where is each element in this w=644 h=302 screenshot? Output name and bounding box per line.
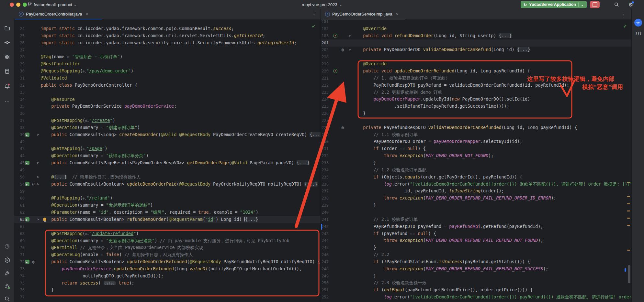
code-line[interactable]: 67	[14, 223, 321, 230]
fold-chevron-icon[interactable]: >	[36, 182, 40, 187]
folded-region[interactable]: {...}	[297, 160, 310, 165]
code-line[interactable]: 243 if (payRefund == null) {	[321, 230, 631, 237]
code-line[interactable]: 241 // 2.1 校验退款订单	[321, 216, 631, 223]
code-line[interactable]: 231 if (order == null) {	[321, 145, 631, 152]
code-line[interactable]: 229 // 1.1 校验示例订单	[321, 131, 631, 138]
code-line[interactable]: 34 @Resource	[14, 96, 321, 103]
code-line[interactable]: 236 log.error("[validateDemoOrderCanRefu…	[321, 181, 631, 188]
project-tool-button[interactable]	[3, 24, 11, 32]
code-line[interactable]: 24import static cn.iocoder.yudao.framewo…	[14, 25, 321, 32]
stop-button[interactable]	[590, 1, 600, 8]
code-line[interactable]: 30@RequestMapping(⊕⌄"/pay/demo-order")	[14, 68, 321, 75]
folded-region[interactable]: {...}	[245, 217, 258, 222]
code-line[interactable]: 234 // 1.2 校验退款订单匹配	[321, 167, 631, 174]
folded-region[interactable]: {...}	[310, 132, 321, 137]
code-line[interactable]: 75 return success( data: true);	[14, 280, 321, 287]
code-line[interactable]: 72@ public CommonResult<Boolean> updateD…	[14, 258, 321, 265]
tab-paydemoordercontroller[interactable]: C PayDemoOrderController.java ×	[16, 9, 92, 19]
code-line[interactable]: 242 PayRefundRespDTO payRefund = payRefu…	[321, 223, 631, 230]
code-line[interactable]: 26import static cn.iocoder.yudao.framewo…	[14, 39, 321, 47]
code-line[interactable]: 69 @Operation(summary = "更新示例订单为已退款") //…	[14, 237, 321, 244]
annotation-gutter-icon[interactable]: @	[31, 182, 36, 187]
code-line[interactable]: 218	[321, 53, 631, 60]
code-line[interactable]: 245 }	[321, 244, 631, 251]
fold-chevron-icon[interactable]: >	[347, 34, 352, 38]
code-line[interactable]: 232 throw exception(PAY_DEMO_ORDER_NOT_F…	[321, 152, 631, 159]
close-icon[interactable]: ×	[396, 12, 399, 17]
code-line[interactable]: 35 private PayDemoOrderService payDemoOr…	[14, 103, 321, 110]
code-line[interactable]: 32public class PayDemoOrderController {	[14, 82, 321, 89]
annotation-gutter-icon[interactable]: @	[340, 125, 345, 130]
code-line[interactable]: 70 @PermitAll // 无需登录，安全由 PayDemoOrderSe…	[14, 244, 321, 251]
tab-paydemoorderserviceimpl[interactable]: C PayDemoOrderServiceImpl.java ×	[322, 9, 402, 19]
fold-chevron-icon[interactable]: >	[36, 175, 40, 179]
git-branch-widget[interactable]: feature/mall_product ⌄	[25, 1, 79, 8]
fold-chevron-icon[interactable]: >	[347, 48, 352, 52]
http-method-inlay-icon[interactable]: ⊕⌄	[83, 70, 86, 73]
code-line[interactable]: 201	[321, 39, 631, 47]
api-endpoint-icon[interactable]	[25, 260, 29, 264]
code-line[interactable]: 39> public CommonResult<Long> createDemo…	[14, 131, 321, 138]
code-line[interactable]: 49	[14, 167, 321, 174]
folded-region[interactable]: {...}	[54, 175, 67, 179]
code-line[interactable]: 183↑> public void refundDemoOrder(Long i…	[321, 32, 631, 39]
code-line[interactable]: 239 }	[321, 202, 631, 209]
close-icon[interactable]: ×	[85, 12, 88, 17]
code-line[interactable]: 219 @Override	[321, 60, 631, 68]
http-method-inlay-icon[interactable]: ⊕⌄	[85, 119, 89, 123]
overrides-method-icon[interactable]: ↑	[333, 34, 337, 38]
search-everywhere-button[interactable]	[613, 1, 620, 8]
code-line[interactable]: 60 @PutMapping(⊕⌄"/refund")	[14, 195, 321, 202]
code-line[interactable]: 45> public CommonResult<PageResult<PayDe…	[14, 159, 321, 167]
http-method-inlay-icon[interactable]: ⊕⌄	[85, 232, 89, 236]
code-line[interactable]: 228@ private PayRefundRespDTO validateDe…	[321, 124, 631, 131]
more-tool-windows-button[interactable]: ⋯	[3, 97, 11, 105]
fold-chevron-icon[interactable]: >	[36, 217, 40, 222]
http-method-inlay-icon[interactable]: ⊕⌄	[83, 147, 86, 151]
m-plugin-button[interactable]: m	[634, 29, 642, 37]
code-line[interactable]: 77	[14, 294, 321, 301]
code-line[interactable]: 224 payDemoOrderMapper.updateById(new Pa…	[321, 96, 631, 103]
annotation-gutter-icon[interactable]: @	[340, 48, 345, 52]
api-endpoint-icon[interactable]	[25, 161, 29, 165]
code-line[interactable]: 249 }	[321, 273, 631, 280]
code-line[interactable]: 76 }	[14, 286, 321, 294]
services-tool-button[interactable]	[3, 256, 11, 264]
project-title-widget[interactable]: ruoyi-vue-pro-2023 ⌄	[302, 0, 342, 9]
editor-paydemoordercontroller[interactable]: ✔ 24import static cn.iocoder.yudao.frame…	[14, 19, 321, 302]
code-line[interactable]: 68 @PostMapping(⊕⌄"/update-refunded")	[14, 230, 321, 237]
code-line[interactable]: 29@RestController	[14, 60, 321, 68]
code-line[interactable]: 227	[321, 117, 631, 124]
code-line[interactable]: 61 @Operation(summary = "发起示例订单的退款")	[14, 202, 321, 209]
notifications-tool-button[interactable]	[3, 82, 11, 90]
window-close-button[interactable]	[10, 3, 14, 7]
window-minimize-button[interactable]	[16, 3, 20, 7]
code-line[interactable]: 251 if (notEqual(payRefund.getRefundPric…	[321, 286, 631, 294]
run-configuration-button[interactable]: ↻ YudaoServerApplication ⌄	[521, 1, 587, 8]
code-line[interactable]: 248 throw exception(PAY_DEMO_ORDER_REFUN…	[321, 265, 631, 273]
build-tool-button[interactable]	[3, 269, 11, 277]
http-method-inlay-icon[interactable]: ⊕⌄	[83, 197, 86, 200]
code-line[interactable]: 220↑ public void updateDemoOrderRefunded…	[321, 68, 631, 75]
code-line[interactable]: 74 notifyReqDTO.getPayRefundId());	[14, 273, 321, 280]
code-line[interactable]: 33	[14, 89, 321, 96]
api-endpoint-icon[interactable]	[25, 182, 29, 186]
code-line[interactable]: 73 payDemoOrderService.updateDemoOrderRe…	[14, 265, 321, 273]
code-line[interactable]: 27	[14, 47, 321, 54]
find-tool-button[interactable]	[3, 295, 11, 302]
code-line[interactable]: 44 @Operation(summary = "获得示例订单分页")	[14, 152, 321, 159]
code-line[interactable]: 36	[14, 110, 321, 117]
code-line[interactable]: 237 id, payRefundId, toJsonString(order)…	[321, 188, 631, 195]
code-line[interactable]: 238 throw exception(PAY_DEMO_ORDER_REFUN…	[321, 195, 631, 202]
code-line[interactable]: 50> @{...} // 禁用操作日志，因为没有操作人	[14, 174, 321, 181]
code-line[interactable]: 54@> public CommonResult<Boolean> update…	[14, 181, 321, 188]
database-tool-button[interactable]	[3, 68, 11, 75]
code-line[interactable]: 244 throw exception(PAY_DEMO_ORDER_REFUN…	[321, 237, 631, 244]
code-line[interactable]: 202@> private PayDemoOrderDO validateDem…	[321, 46, 631, 53]
overrides-method-icon[interactable]: ↑	[333, 69, 337, 73]
fold-chevron-icon[interactable]: >	[36, 133, 40, 137]
more-options-icon[interactable]: ⋮	[311, 11, 317, 17]
code-line[interactable]: 226 }	[321, 110, 631, 117]
structure-tool-button[interactable]	[3, 53, 11, 61]
code-line[interactable]: 63> public CommonResult<Boolean> refundD…	[14, 216, 321, 223]
